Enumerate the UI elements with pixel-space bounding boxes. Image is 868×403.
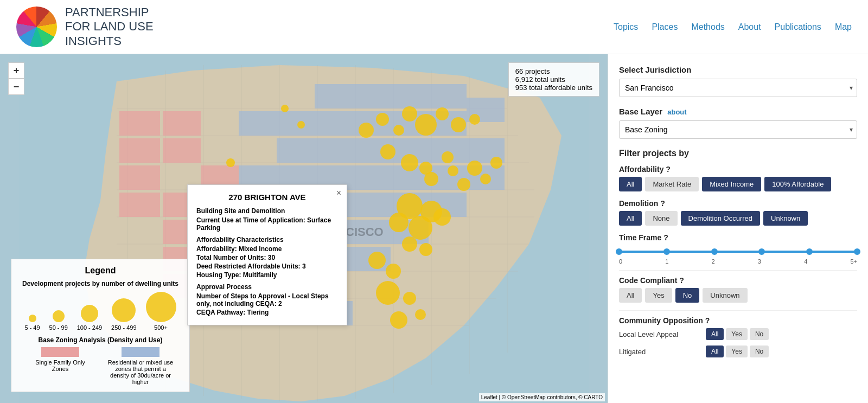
base-layer-about-link[interactable]: about xyxy=(667,108,686,116)
popup-section-approval: Approval Process xyxy=(196,283,338,291)
popup-current-use: Current Use at Time of Application: Surf… xyxy=(196,216,338,232)
svg-point-88 xyxy=(442,151,454,163)
svg-point-111 xyxy=(402,106,417,121)
legend-zoning-mixed: Residential or mixed use zones that perm… xyxy=(105,347,176,385)
logo-text: PARTNERSHIP FOR LAND USE INSIGHTS xyxy=(65,5,154,48)
svg-point-100 xyxy=(402,236,417,252)
svg-point-92 xyxy=(467,161,482,176)
svg-point-108 xyxy=(359,123,374,138)
svg-point-97 xyxy=(389,213,409,232)
svg-rect-36 xyxy=(315,111,353,136)
svg-point-103 xyxy=(386,264,401,279)
litigated-no-button[interactable]: No xyxy=(750,346,769,357)
jurisdiction-select-wrapper: San Francisco Oakland San Jose Berkeley … xyxy=(619,79,857,97)
nav-map[interactable]: Map xyxy=(835,22,852,32)
code-compliant-yes-button[interactable]: Yes xyxy=(645,288,672,303)
legend: Legend Development projects by number of… xyxy=(11,259,190,392)
popup-total-units-value: 30 xyxy=(268,254,275,261)
demolition-label: Demolition ? xyxy=(619,199,857,208)
affordability-all-button[interactable]: All xyxy=(619,177,642,191)
nav-publications[interactable]: Publications xyxy=(775,22,821,32)
code-compliant-no-button[interactable]: No xyxy=(675,288,700,303)
code-compliant-filter: Code Compliant ? All Yes No Unknown xyxy=(619,276,857,303)
legend-zoning-title: Base Zoning Analysis (Density and Use) xyxy=(20,336,181,344)
timeframe-slider[interactable]: 0 1 2 3 4 5+ xyxy=(619,247,857,265)
main-nav: Topics Places Methods About Publications… xyxy=(614,22,852,32)
svg-point-113 xyxy=(436,107,449,120)
demolition-occurred-button[interactable]: Demolition Occurred xyxy=(681,211,761,226)
popup-close-button[interactable]: × xyxy=(336,188,341,198)
svg-point-82 xyxy=(226,158,235,167)
local-appeal-yes-button[interactable]: Yes xyxy=(726,328,748,340)
svg-rect-26 xyxy=(163,111,201,136)
legend-circle-xlarge: 500+ xyxy=(146,292,176,331)
affordability-buttons: All Market Rate Mixed Income 100% Afford… xyxy=(619,177,857,191)
affordability-market-rate-button[interactable]: Market Rate xyxy=(645,177,699,191)
affordability-help-icon[interactable]: ? xyxy=(666,165,671,174)
svg-point-93 xyxy=(480,174,491,184)
litigated-all-button[interactable]: All xyxy=(706,346,724,357)
code-compliant-all-button[interactable]: All xyxy=(619,288,642,303)
svg-point-106 xyxy=(390,311,407,329)
base-layer-select[interactable]: Base Zoning Aerial Terrain xyxy=(619,120,857,139)
svg-rect-22 xyxy=(119,111,160,136)
svg-point-98 xyxy=(409,216,432,240)
code-compliant-unknown-button[interactable]: Unknown xyxy=(703,288,747,303)
affordability-label: Affordability ? xyxy=(619,165,857,174)
header: PARTNERSHIP FOR LAND USE INSIGHTS Topics… xyxy=(0,0,868,54)
nav-about[interactable]: About xyxy=(738,22,761,32)
circle-icon-small xyxy=(29,315,36,322)
legend-circle-medium-small: 50 - 99 xyxy=(49,310,68,331)
map-container[interactable]: SAN FRANCISCO xyxy=(0,54,608,403)
divider-1 xyxy=(619,270,857,271)
svg-point-101 xyxy=(419,243,432,256)
svg-point-99 xyxy=(433,208,451,226)
zoom-in-button[interactable]: + xyxy=(8,62,24,79)
code-compliant-help-icon[interactable]: ? xyxy=(679,276,684,285)
demolition-all-button[interactable]: All xyxy=(619,211,642,226)
svg-rect-39 xyxy=(429,84,467,108)
legend-zoning-single-family: Single Family OnlyZones xyxy=(25,347,95,385)
community-opposition-help-icon[interactable]: ? xyxy=(705,316,710,325)
local-level-appeal-label: Local Level Appeal xyxy=(619,330,706,338)
popup-title: 270 BRIGHTON AVE xyxy=(196,193,338,202)
popup-section-affordability: Affordability Characteristics xyxy=(196,236,338,244)
nav-methods[interactable]: Methods xyxy=(691,22,724,32)
right-panel: Select Jurisdiction San Francisco Oaklan… xyxy=(608,54,868,403)
litigated-buttons: All Yes No xyxy=(706,346,769,357)
affordability-mixed-income-button[interactable]: Mixed Income xyxy=(702,177,761,191)
filter-title: Filter projects by xyxy=(619,149,857,158)
jurisdiction-select[interactable]: San Francisco Oakland San Jose Berkeley xyxy=(619,79,857,97)
stats-projects: 66 projects xyxy=(515,67,592,75)
svg-rect-57 xyxy=(353,193,391,217)
jurisdiction-section: Select Jurisdiction San Francisco Oaklan… xyxy=(619,65,857,97)
svg-point-102 xyxy=(368,252,386,269)
svg-point-83 xyxy=(297,121,305,129)
popup-deed-restricted-value: 3 xyxy=(302,263,306,270)
base-layer-section: Base Layer about Base Zoning Aerial Terr… xyxy=(619,107,857,139)
popup: × 270 BRIGHTON AVE Building Site and Dem… xyxy=(187,184,347,325)
zoning-label-mixed: Residential or mixed use zones that perm… xyxy=(105,359,176,385)
nav-topics[interactable]: Topics xyxy=(614,22,638,32)
zoning-color-single-family xyxy=(41,347,79,357)
affordability-100-percent-button[interactable]: 100% Affordable xyxy=(764,177,831,191)
svg-rect-32 xyxy=(277,111,315,136)
local-appeal-all-button[interactable]: All xyxy=(706,328,724,340)
svg-point-94 xyxy=(490,157,502,169)
demolition-help-icon[interactable]: ? xyxy=(660,199,665,208)
stats-affordable-units: 953 total affordable units xyxy=(515,84,592,92)
svg-rect-25 xyxy=(119,193,160,217)
litigated-yes-button[interactable]: Yes xyxy=(726,346,748,357)
demolition-unknown-button[interactable]: Unknown xyxy=(763,211,808,226)
zoom-out-button[interactable]: − xyxy=(8,79,24,95)
legend-subtitle: Development projects by number of dwelli… xyxy=(20,280,181,287)
community-opposition-filter: Community Opposition ? Local Level Appea… xyxy=(619,316,857,357)
local-level-appeal-row: Local Level Appeal All Yes No xyxy=(619,328,857,340)
map-controls: + − xyxy=(8,62,24,95)
timeframe-help-icon[interactable]: ? xyxy=(663,233,668,242)
legend-label-medium-small: 50 - 99 xyxy=(49,324,68,331)
demolition-none-button[interactable]: None xyxy=(645,211,677,226)
svg-point-90 xyxy=(448,165,458,176)
local-appeal-no-button[interactable]: No xyxy=(750,328,769,340)
nav-places[interactable]: Places xyxy=(652,22,678,32)
